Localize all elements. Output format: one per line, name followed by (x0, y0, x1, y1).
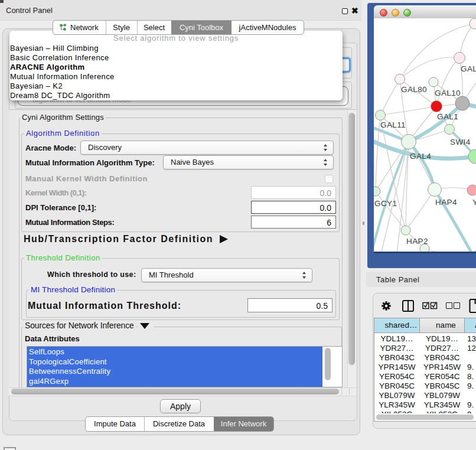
svg-text:GAL4: GAL4 (410, 152, 431, 161)
svg-text:Y: Y (472, 198, 476, 207)
svg-text:GAL80: GAL80 (401, 85, 427, 94)
svg-text:GAL1: GAL1 (437, 112, 458, 121)
svg-text:GAL11: GAL11 (380, 120, 406, 129)
svg-text:GCY1: GCY1 (374, 199, 397, 208)
svg-text:GAL: GAL (461, 64, 476, 73)
svg-text:HAP4: HAP4 (435, 198, 457, 207)
svg-text:HAP2: HAP2 (406, 237, 428, 246)
svg-text:SWI4: SWI4 (450, 138, 471, 146)
svg-text:GAL10: GAL10 (435, 89, 461, 97)
